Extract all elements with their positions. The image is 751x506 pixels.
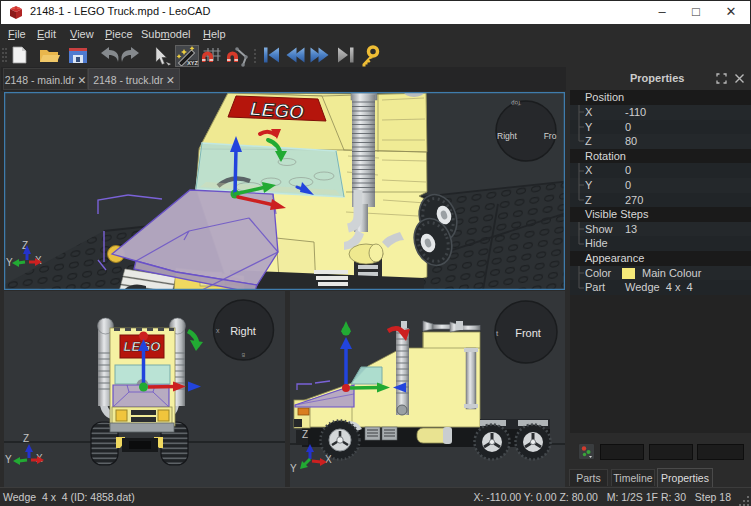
svg-text:Y: Y [290, 463, 297, 474]
svg-text:XYZ: XYZ [187, 60, 198, 66]
svg-text:Top: Top [511, 100, 522, 106]
svg-text:Right: Right [230, 325, 256, 337]
svg-text:Front: Front [515, 327, 541, 339]
svg-text:x: x [216, 327, 220, 334]
svg-text:Right: Right [497, 131, 517, 141]
svg-text:Fro: Fro [544, 131, 557, 141]
svg-text:LEGO: LEGO [249, 98, 304, 123]
svg-text:Z: Z [302, 429, 308, 440]
svg-text:X: X [325, 454, 332, 465]
svg-text:Z: Z [23, 433, 29, 444]
svg-text:Y: Y [6, 257, 13, 268]
svg-text:Y: Y [5, 454, 12, 465]
